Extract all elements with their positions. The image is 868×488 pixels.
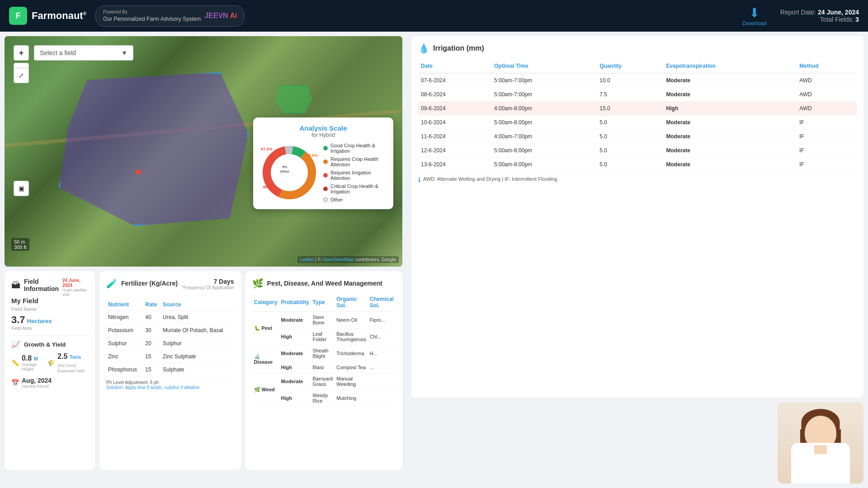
powered-by-label: Powered By bbox=[103, 9, 201, 14]
irr-col-evap: Evapotranspiration bbox=[664, 59, 797, 73]
yield-icon: 🌾 bbox=[47, 359, 55, 366]
jeevn-powered: Powered By Our Personalized Farm Advisor… bbox=[103, 9, 201, 23]
left-panel: + − ⤢ ▣ Select a field ▼ 50 m 300 ft Lea… bbox=[0, 32, 407, 488]
fert-row: Zinc 15 Zinc Sulphate bbox=[106, 350, 234, 363]
report-date-value: 24 June, 2024 bbox=[818, 9, 859, 16]
yield-values: 2.5 Tons (Per Acre) Expected Yield bbox=[57, 352, 88, 373]
pest-cell-chemical: Fipro... bbox=[368, 312, 396, 328]
irr-cell-time: 5:00am-8:00pm bbox=[491, 144, 597, 158]
irrigation-panel: 💧 Irrigation (mm) Date Optimal Time Quan… bbox=[411, 36, 863, 398]
fertilizer-title: Fertilizer (Kg/Acre) bbox=[121, 280, 178, 287]
irr-row: 07-6-2024 5:00am-7:00pm 10.0 Moderate AW… bbox=[418, 73, 857, 88]
field-area-label: Field Area bbox=[11, 326, 88, 331]
irr-cell-evap: Moderate bbox=[664, 73, 797, 88]
irr-cell-qty: 5.0 bbox=[597, 130, 663, 144]
main-content: + − ⤢ ▣ Select a field ▼ 50 m 300 ft Lea… bbox=[0, 32, 868, 488]
ph-note: Ph Level Adjustment: 6 ph bbox=[106, 380, 234, 385]
irr-row: 13-6-2024 5:00am-8:00pm 5.0 Moderate IF bbox=[418, 158, 857, 172]
zoom-in-button[interactable]: + bbox=[14, 45, 29, 61]
ph-solution[interactable]: Solution: Apply lime if acidic, sulphur … bbox=[106, 385, 234, 390]
map-scale: 50 m 300 ft bbox=[11, 238, 29, 251]
irr-cell-date: 11-6-2024 bbox=[418, 130, 491, 144]
expand-button[interactable]: ⤢ bbox=[14, 68, 29, 83]
leaflet-link[interactable]: Leaflet bbox=[300, 257, 314, 262]
map-container: + − ⤢ ▣ Select a field ▼ 50 m 300 ft Lea… bbox=[5, 36, 402, 267]
header-right: ⬇ Download Report Date: 24 June, 2024 To… bbox=[742, 5, 859, 27]
harvest-label: Harvest Period bbox=[22, 384, 52, 389]
pest-cat-cell: 🔬 Disease bbox=[252, 345, 279, 373]
donut-chart: 97.2% 40.8% 5%Other 10.5% bbox=[260, 143, 319, 202]
scale-meters: 50 m bbox=[14, 239, 27, 244]
chevron-down-icon: ▼ bbox=[121, 49, 127, 56]
fert-col-rate: Rate bbox=[143, 299, 161, 311]
yield-unit: Tons bbox=[70, 354, 81, 360]
irr-cell-date: 13-6-2024 bbox=[418, 158, 491, 172]
legend-dot-other bbox=[323, 197, 328, 202]
pest-cat-cell: 🌿 Weed bbox=[252, 373, 279, 407]
legend-item-other: Other bbox=[323, 197, 387, 202]
harvest-info: Aug, 2024 Harvest Period bbox=[22, 377, 52, 389]
freq-days: 7 Days bbox=[182, 278, 234, 285]
field-name-label: Field Name bbox=[11, 306, 88, 312]
download-label: Download bbox=[742, 20, 766, 27]
growth-header: 📈 Growth & Yield bbox=[11, 340, 88, 349]
irr-cell-evap: Moderate bbox=[664, 144, 797, 158]
avatar-container bbox=[778, 402, 863, 483]
layers-button[interactable]: ▣ bbox=[14, 181, 29, 196]
legend-item-good: Good Crop Health & Irrigation bbox=[323, 143, 387, 154]
logo: F Farmonaut® bbox=[9, 7, 86, 25]
pest-cell-organic: Bacillus Thuringiensis bbox=[335, 328, 368, 345]
osm-link[interactable]: OpenStreetMap bbox=[322, 257, 354, 262]
pest-cell-type: Weedy Rice bbox=[311, 390, 335, 407]
harvest-row: 📅 Aug, 2024 Harvest Period bbox=[11, 377, 88, 389]
fert-header-row: Nutrient Rate Source bbox=[106, 299, 234, 311]
fertilizer-header: 🧪 Fertilizer (Kg/Acre) 7 Days *Frequency… bbox=[106, 278, 234, 293]
analysis-other-label: 5%Other bbox=[280, 165, 289, 174]
irr-header-row: Date Optimal Time Quantity Evapotranspir… bbox=[418, 59, 857, 73]
pest-cell-chemical: ... bbox=[368, 362, 396, 373]
irr-cell-method: IF bbox=[797, 144, 857, 158]
growth-metrics: 📏 0.8 M Average Height 🌾 bbox=[11, 352, 88, 373]
fert-cell-rate: 20 bbox=[143, 337, 161, 350]
fert-cell-nutrient: Zinc bbox=[106, 350, 143, 363]
irr-row: 10-6-2024 5:00am-8:00pm 5.0 Moderate IF bbox=[418, 116, 857, 130]
field-info-title: Field Information bbox=[24, 278, 62, 292]
pest-cell-prob: High bbox=[279, 328, 311, 345]
irr-cell-date: 08-6-2024 bbox=[418, 88, 491, 102]
fert-col-source: Source bbox=[161, 299, 234, 311]
irr-cell-date: 10-6-2024 bbox=[418, 116, 491, 130]
analysis-percent-label: 97.2% bbox=[261, 147, 273, 151]
irr-cell-evap: Moderate bbox=[664, 116, 797, 130]
map-marker bbox=[136, 169, 141, 175]
irr-row: 09-6-2024 4:00am-8:00pm 15.0 High AWD bbox=[418, 102, 857, 116]
irr-row: 11-6-2024 4:00am-7:00pm 5.0 Moderate IF bbox=[418, 130, 857, 144]
pest-row: 🔬 Disease Moderate Sheath Blight Trichod… bbox=[252, 345, 396, 362]
fertilizer-icon: 🧪 bbox=[106, 278, 118, 289]
right-panel: 💧 Irrigation (mm) Date Optimal Time Quan… bbox=[407, 32, 868, 488]
fertilizer-table: Nutrient Rate Source Nitrogen 40 Urea, S… bbox=[106, 299, 234, 376]
irr-cell-time: 5:00am-7:00pm bbox=[491, 73, 597, 88]
download-button[interactable]: ⬇ Download bbox=[742, 5, 766, 27]
irr-cell-date: 12-6-2024 bbox=[418, 144, 491, 158]
legend-item-crop-health: Requires Crop Health Attention bbox=[323, 156, 387, 167]
pest-cell-type: Barnyard Grass bbox=[311, 373, 335, 390]
fert-cell-nutrient: Nitrogen bbox=[106, 311, 143, 324]
yield-sub: (Per Acre) bbox=[57, 363, 76, 368]
field-selector[interactable]: Select a field ▼ bbox=[34, 45, 133, 61]
pest-cell-type: Stem Borer bbox=[311, 312, 335, 328]
info-icon: ℹ bbox=[418, 176, 420, 183]
calendar-icon: 📅 bbox=[11, 379, 19, 386]
fert-cell-rate: 30 bbox=[143, 324, 161, 337]
irrigation-note: ℹ AWD: Alternate Wetting and Drying | IF… bbox=[418, 176, 857, 183]
height-values: 0.8 M Average Height bbox=[22, 354, 40, 371]
irr-col-qty: Quantity bbox=[597, 59, 663, 73]
legend-item-irrigation: Requires Irrigation Attention bbox=[323, 170, 387, 181]
pest-cell-prob: Moderate bbox=[279, 373, 311, 390]
pest-col-chemical: Chemical Sol. bbox=[368, 293, 396, 312]
height-icon: 📏 bbox=[11, 359, 19, 366]
total-fields-line: Total Fields: 3 bbox=[780, 16, 859, 23]
irr-cell-method: AWD bbox=[797, 102, 857, 116]
legend-dot-critical bbox=[323, 187, 328, 191]
irrigation-table: Date Optimal Time Quantity Evapotranspir… bbox=[418, 59, 857, 172]
legend-label-other: Other bbox=[330, 197, 343, 202]
